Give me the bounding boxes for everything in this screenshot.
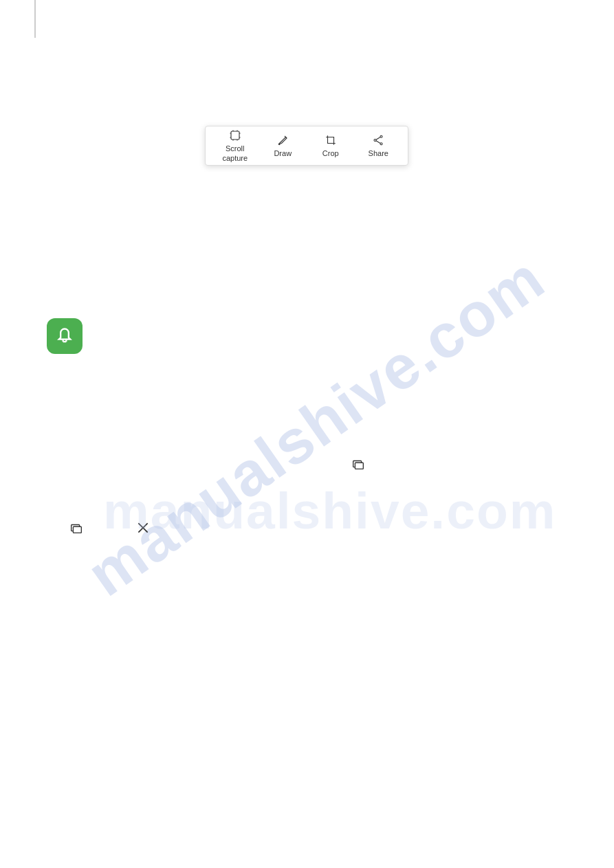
svg-point-12 [380,143,382,145]
watermark-lower: manualshive.com [103,481,556,540]
scroll-capture-icon [228,129,242,142]
recents-icon-top [351,457,366,475]
close-icon[interactable] [136,521,150,537]
crop-icon [324,133,338,147]
svg-rect-22 [73,526,81,533]
crop-button[interactable]: Crop [310,131,351,161]
draw-label: Draw [274,149,292,158]
svg-rect-20 [355,463,363,469]
share-label: Share [369,149,388,158]
toolbar-popup: Scrollcapture Draw Crop [205,126,408,166]
notification-bell-icon[interactable] [47,318,83,354]
svg-point-13 [374,139,376,141]
svg-line-10 [278,144,280,145]
svg-line-15 [376,141,380,144]
left-border [34,0,36,38]
svg-line-14 [376,137,380,140]
svg-point-11 [380,135,382,137]
share-icon [371,133,385,147]
watermark-text-upper: manualshive.com [75,243,558,610]
share-button[interactable]: Share [358,131,399,161]
watermark-text-lower: manualshive.com [103,482,556,539]
draw-icon [276,133,289,147]
watermark-upper: manualshive.com [117,227,516,625]
recents-icon-bottom [69,521,84,539]
scroll-capture-label: Scrollcapture [222,144,248,162]
draw-button[interactable]: Draw [262,131,303,161]
scroll-capture-button[interactable]: Scrollcapture [215,126,256,165]
svg-rect-0 [231,131,239,140]
crop-label: Crop [322,149,339,158]
